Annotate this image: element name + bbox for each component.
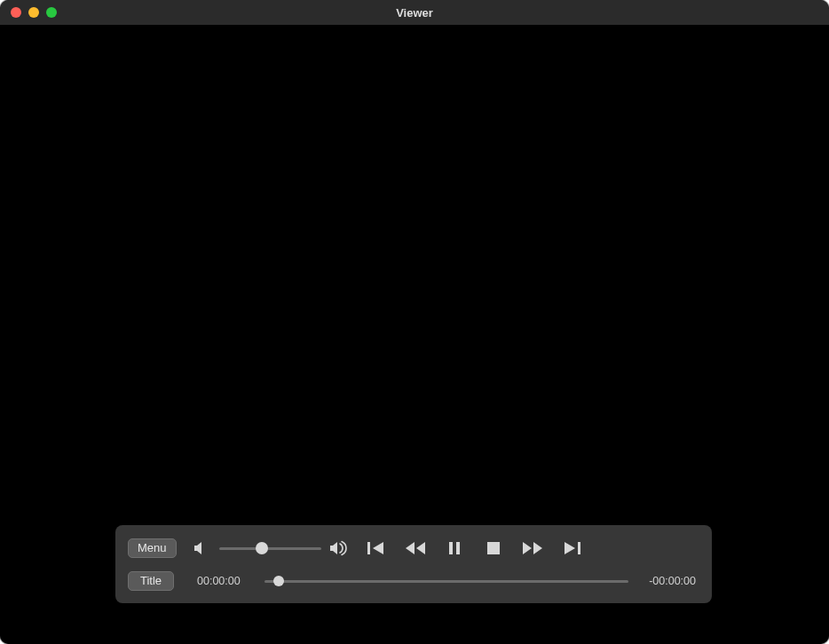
svg-rect-2 <box>456 542 460 554</box>
skip-back-icon[interactable] <box>364 538 389 559</box>
volume-track <box>219 547 321 550</box>
scrub-track <box>264 580 628 583</box>
scrub-thumb[interactable] <box>273 576 284 586</box>
time-elapsed: 00:00:00 <box>197 575 254 587</box>
traffic-lights <box>0 7 57 18</box>
svg-rect-1 <box>449 542 453 554</box>
svg-rect-3 <box>487 542 500 554</box>
volume-group <box>189 538 351 559</box>
controller-row-bottom: Title 00:00:00 -00:00:00 <box>128 571 696 591</box>
rewind-icon[interactable] <box>403 538 428 559</box>
close-icon[interactable] <box>11 7 21 18</box>
title-button[interactable]: Title <box>128 571 174 591</box>
minimize-icon[interactable] <box>28 7 39 18</box>
maximize-icon[interactable] <box>46 7 57 18</box>
volume-high-icon[interactable] <box>327 538 351 559</box>
time-remaining: -00:00:00 <box>639 575 696 587</box>
skip-forward-icon[interactable] <box>559 538 584 559</box>
video-viewport: Menu <box>0 25 829 644</box>
app-window: Viewer Menu <box>0 0 829 644</box>
stop-icon[interactable] <box>481 538 506 559</box>
volume-slider[interactable] <box>219 539 321 557</box>
titlebar: Viewer <box>0 0 829 25</box>
playback-controller: Menu <box>115 525 712 603</box>
pause-icon[interactable] <box>442 538 467 559</box>
controller-row-top: Menu <box>128 538 696 559</box>
volume-low-icon[interactable] <box>189 538 214 559</box>
window-title: Viewer <box>0 6 829 20</box>
svg-rect-4 <box>578 542 580 554</box>
volume-thumb[interactable] <box>256 542 268 554</box>
svg-rect-0 <box>367 542 370 554</box>
transport-controls <box>364 538 584 559</box>
fast-forward-icon[interactable] <box>520 538 545 559</box>
menu-button[interactable]: Menu <box>128 538 177 558</box>
scrubber[interactable] <box>264 572 628 590</box>
